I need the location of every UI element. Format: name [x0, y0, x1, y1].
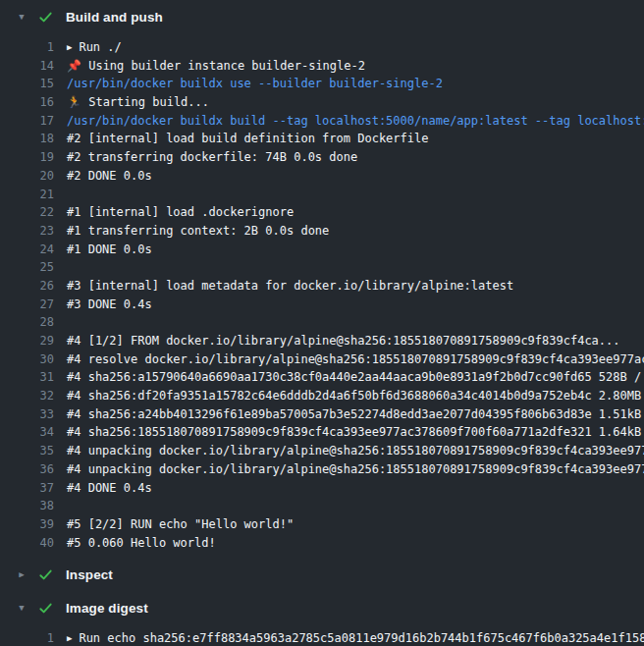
- log-line[interactable]: 27 #3 DONE 0.4s: [0, 296, 644, 314]
- line-number[interactable]: 1: [0, 38, 54, 57]
- log-line[interactable]: 29 #4 [1/2] FROM docker.io/library/alpin…: [0, 332, 644, 350]
- log-text: #2 transferring dockerfile: 74B 0.0s don…: [67, 148, 357, 167]
- log-text: #2 DONE 0.0s: [67, 167, 152, 186]
- log-text: #4 [1/2] FROM docker.io/library/alpine@s…: [67, 332, 620, 350]
- log-text: #4 sha256:a24bb4013296f61e89ba57005a7b3e…: [67, 405, 644, 424]
- log-text: #1 transferring context: 2B 0.0s done: [67, 222, 329, 241]
- log-text: /usr/bin/docker buildx build --tag local…: [67, 112, 644, 131]
- line-number[interactable]: 21: [0, 186, 54, 204]
- line-number[interactable]: 39: [0, 515, 54, 534]
- log-text: #1 [internal] load .dockerignore: [67, 203, 294, 222]
- log-section: ▶ Inspect: [0, 558, 644, 591]
- line-number[interactable]: 36: [0, 460, 54, 479]
- chevron-down-icon[interactable]: ▼: [16, 604, 27, 613]
- log-text: #5 0.060 Hello world!: [67, 534, 216, 553]
- line-number[interactable]: 24: [0, 241, 54, 259]
- log-line[interactable]: 21: [0, 186, 644, 204]
- log-line[interactable]: 16 🏃 Starting build...: [0, 93, 644, 112]
- line-number[interactable]: 27: [0, 296, 54, 314]
- section-header[interactable]: ▼ Image digest: [0, 591, 644, 624]
- log-line[interactable]: 30 #4 resolve docker.io/library/alpine@s…: [0, 350, 644, 369]
- section-header[interactable]: ▼ Build and push: [0, 0, 644, 33]
- workflow-log-viewer: ▼ Build and push 1 ▶Run ./ 14 📌 Using bu…: [0, 0, 644, 646]
- log-text: Run echo sha256:e7ff8834a5963a2785c5a081…: [79, 629, 644, 646]
- log-line[interactable]: 22 #1 [internal] load .dockerignore: [0, 203, 644, 222]
- log-text: Run ./: [79, 38, 121, 57]
- line-number[interactable]: 1: [0, 629, 54, 646]
- log-line[interactable]: 17 /usr/bin/docker buildx build --tag lo…: [0, 112, 644, 131]
- log-text: 📌 Using builder instance builder-single-…: [67, 57, 365, 76]
- line-number[interactable]: 29: [0, 332, 54, 350]
- section-log-lines: 1 ▶Run echo sha256:e7ff8834a5963a2785c5a…: [0, 624, 644, 646]
- log-line[interactable]: 19 #2 transferring dockerfile: 74B 0.0s …: [0, 148, 644, 167]
- log-line[interactable]: 23 #1 transferring context: 2B 0.0s done: [0, 222, 644, 241]
- section-log-lines: 1 ▶Run ./ 14 📌 Using builder instance bu…: [0, 33, 644, 558]
- log-line[interactable]: 24 #1 DONE 0.0s: [0, 241, 644, 259]
- line-number[interactable]: 30: [0, 350, 54, 369]
- line-number[interactable]: 15: [0, 75, 54, 93]
- line-number[interactable]: 17: [0, 112, 54, 131]
- line-number[interactable]: 40: [0, 534, 54, 553]
- log-line[interactable]: 18 #2 [internal] load build definition f…: [0, 130, 644, 148]
- chevron-down-icon[interactable]: ▼: [16, 13, 27, 22]
- log-line[interactable]: 36 #4 unpacking docker.io/library/alpine…: [0, 460, 644, 479]
- line-number[interactable]: 23: [0, 222, 54, 241]
- log-text: #4 DONE 0.4s: [67, 479, 152, 498]
- log-text: /usr/bin/docker buildx use --builder bui…: [67, 75, 443, 93]
- log-line[interactable]: 25: [0, 258, 644, 277]
- line-number[interactable]: 20: [0, 167, 54, 186]
- log-line[interactable]: 33 #4 sha256:a24bb4013296f61e89ba57005a7…: [0, 405, 644, 424]
- log-text: #4 sha256:a15790640a6690aa1730c38cf0a440…: [67, 368, 644, 387]
- log-line[interactable]: 26 #3 [internal] load metadata for docke…: [0, 277, 644, 296]
- line-number[interactable]: 32: [0, 387, 54, 405]
- log-section: ▼ Image digest 1 ▶Run echo sha256:e7ff88…: [0, 591, 644, 646]
- check-icon: [37, 566, 53, 582]
- section-header[interactable]: ▶ Inspect: [0, 558, 644, 591]
- log-line[interactable]: 28: [0, 313, 644, 332]
- line-number[interactable]: 16: [0, 93, 54, 112]
- section-title: Build and push: [66, 10, 163, 25]
- log-text: 🏃 Starting build...: [67, 93, 209, 112]
- log-line[interactable]: 40 #5 0.060 Hello world!: [0, 534, 644, 553]
- line-number[interactable]: 19: [0, 148, 54, 167]
- log-line[interactable]: 37 #4 DONE 0.4s: [0, 479, 644, 498]
- log-text: #3 DONE 0.4s: [67, 296, 152, 314]
- log-line[interactable]: 31 #4 sha256:a15790640a6690aa1730c38cf0a…: [0, 368, 644, 387]
- line-number[interactable]: 37: [0, 479, 54, 498]
- line-number[interactable]: 18: [0, 130, 54, 148]
- section-title: Inspect: [66, 567, 113, 582]
- line-number[interactable]: 38: [0, 497, 54, 515]
- line-number[interactable]: 22: [0, 203, 54, 222]
- line-number[interactable]: 33: [0, 405, 54, 424]
- line-number[interactable]: 25: [0, 258, 54, 277]
- log-line[interactable]: 38: [0, 497, 644, 515]
- log-text: #2 [internal] load build definition from…: [67, 130, 428, 148]
- line-number[interactable]: 34: [0, 423, 54, 442]
- expand-run-icon[interactable]: ▶: [67, 38, 72, 57]
- log-line[interactable]: 1 ▶Run echo sha256:e7ff8834a5963a2785c5a…: [0, 629, 644, 646]
- log-text: #4 resolve docker.io/library/alpine@sha2…: [67, 350, 644, 369]
- check-icon: [37, 9, 53, 25]
- log-text: #3 [internal] load metadata for docker.i…: [67, 277, 513, 296]
- line-number[interactable]: 14: [0, 57, 54, 76]
- log-line[interactable]: 39 #5 [2/2] RUN echo "Hello world!": [0, 515, 644, 534]
- line-number[interactable]: 26: [0, 277, 54, 296]
- log-line[interactable]: 32 #4 sha256:df20fa9351a15782c64e6dddb2d…: [0, 387, 644, 405]
- log-text: #4 unpacking docker.io/library/alpine@sh…: [67, 442, 644, 460]
- log-text: #4 sha256:185518070891758909c9f839cf4ca3…: [67, 423, 644, 442]
- expand-run-icon[interactable]: ▶: [67, 629, 72, 646]
- line-number[interactable]: 28: [0, 313, 54, 332]
- log-section: ▼ Build and push 1 ▶Run ./ 14 📌 Using bu…: [0, 0, 644, 558]
- log-text: #4 unpacking docker.io/library/alpine@sh…: [67, 460, 644, 479]
- log-line[interactable]: 20 #2 DONE 0.0s: [0, 167, 644, 186]
- section-title: Image digest: [66, 601, 148, 616]
- log-line[interactable]: 14 📌 Using builder instance builder-sing…: [0, 57, 644, 76]
- log-line[interactable]: 1 ▶Run ./: [0, 38, 644, 57]
- log-line[interactable]: 15 /usr/bin/docker buildx use --builder …: [0, 75, 644, 93]
- line-number[interactable]: 31: [0, 368, 54, 387]
- chevron-right-icon[interactable]: ▶: [16, 570, 27, 579]
- log-text: #1 DONE 0.0s: [67, 241, 152, 259]
- log-line[interactable]: 35 #4 unpacking docker.io/library/alpine…: [0, 442, 644, 460]
- log-line[interactable]: 34 #4 sha256:185518070891758909c9f839cf4…: [0, 423, 644, 442]
- line-number[interactable]: 35: [0, 442, 54, 460]
